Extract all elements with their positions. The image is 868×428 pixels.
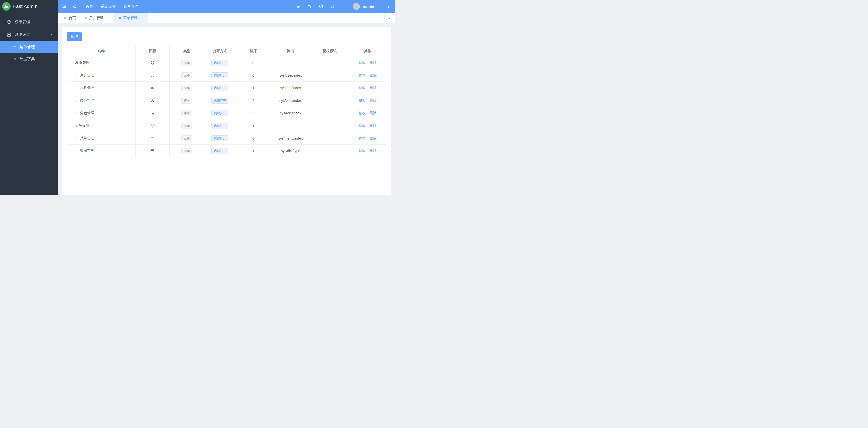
route-value [271, 56, 310, 69]
chevron-down-icon [388, 17, 391, 20]
column-header-sort: 排序 [236, 46, 271, 56]
avatar[interactable] [353, 3, 360, 10]
sidebar-menu: 权限管理 系统设置 菜单管理 数据字典 [0, 12, 58, 65]
brand[interactable]: Fast Admin [0, 0, 58, 12]
chevron-up-icon [49, 33, 53, 36]
delete-link[interactable]: 删除 [369, 60, 376, 65]
column-header-actions: 操作 [349, 46, 386, 56]
column-header-icon: 图标 [135, 46, 170, 56]
brand-name: Fast Admin [13, 3, 37, 9]
open-mode-tag[interactable]: 内部打开 [211, 148, 228, 154]
edit-link[interactable]: 修改 [359, 86, 366, 90]
close-icon[interactable] [106, 17, 110, 20]
route-value: sys/dict/type [271, 145, 310, 157]
open-mode-tag[interactable]: 内部打开 [211, 123, 228, 129]
sidebar: Fast Admin 权限管理 系统设置 菜单管理 数据字典 [0, 0, 58, 195]
content-card: 新增 名称 图标 类型 打开方式 [62, 27, 391, 195]
edit-link[interactable]: 修改 [359, 98, 366, 103]
delete-link[interactable]: 删除 [369, 111, 376, 115]
sidebar-item-label: 菜单管理 [20, 45, 35, 50]
tab-list-dropdown[interactable] [384, 12, 395, 24]
tabbar-spacer [148, 12, 384, 24]
menu-table: 名称 图标 类型 打开方式 排序 路由 授权标识 操作 [67, 46, 386, 157]
topbar-right: admin [296, 3, 391, 10]
globe-icon[interactable] [330, 4, 335, 8]
table-row: 数据字典 菜单 内部打开 1 sys/dict/type 修改 删除 [67, 145, 386, 157]
chevron-right-icon[interactable] [75, 74, 78, 77]
edit-link[interactable]: 修改 [359, 111, 366, 115]
route-value [271, 119, 310, 132]
chevron-right-icon[interactable] [75, 137, 78, 140]
translate-icon[interactable] [296, 4, 301, 8]
add-button[interactable]: 新增 [67, 32, 82, 41]
user-name: admin [363, 4, 374, 8]
tab-dot [64, 17, 66, 19]
sort-value: 1 [236, 145, 271, 157]
delete-link[interactable]: 删除 [369, 73, 376, 78]
open-mode-tag[interactable]: 内部打开 [211, 97, 228, 104]
main-column: 首页 系统设置 菜单管理 admin [58, 0, 395, 195]
permission-value [310, 69, 349, 82]
sidebar-item-system-settings[interactable]: 系统设置 [0, 29, 58, 40]
tabbar: 首页 用户管理 菜单管理 [58, 12, 395, 24]
topbar-left: 首页 系统设置 菜单管理 [62, 4, 138, 9]
breadcrumb-item-menu-management[interactable]: 菜单管理 [123, 4, 138, 9]
sidebar-item-data-dictionary[interactable]: 数据字典 [0, 53, 58, 65]
font-size-icon[interactable] [307, 4, 312, 8]
delete-link[interactable]: 删除 [369, 98, 376, 103]
refresh-icon[interactable] [72, 4, 77, 8]
table-row: 岗位管理 菜单 内部打开 2 sys/post/index 修改 删除 [67, 94, 386, 107]
table-row: 系统设置 菜单 内部打开 1 修改 删除 [67, 119, 386, 132]
type-tag: 菜单 [181, 110, 192, 116]
user-menu[interactable]: admin [363, 4, 379, 8]
mountain-icon [2, 2, 10, 10]
app-root: Fast Admin 权限管理 系统设置 菜单管理 数据字典 [0, 0, 395, 195]
sort-value: 0 [236, 69, 271, 82]
tab-menu-management[interactable]: 菜单管理 [114, 12, 148, 24]
chevron-right-icon[interactable] [75, 86, 78, 89]
edit-link[interactable]: 修改 [359, 123, 366, 128]
type-tag: 菜单 [181, 85, 192, 91]
open-mode-tag[interactable]: 内部打开 [211, 135, 228, 141]
menu-lines-icon [150, 136, 155, 140]
sidebar-item-label: 系统设置 [14, 32, 49, 37]
permission-value [310, 56, 349, 69]
table-row: 菜单管理 菜单 内部打开 0 sys/menu/index 修改 删除 [67, 132, 386, 145]
delete-link[interactable]: 删除 [369, 86, 376, 90]
permission-value [310, 107, 349, 119]
sidebar-item-label: 数据字典 [20, 56, 35, 62]
tab-label: 菜单管理 [123, 16, 138, 21]
table-row: 机构管理 菜单 内部打开 1 sys/org/index 修改 删除 [67, 82, 386, 94]
edit-link[interactable]: 修改 [359, 60, 366, 65]
edit-link[interactable]: 修改 [359, 73, 366, 78]
sort-value: 1 [236, 82, 271, 94]
delete-link[interactable]: 删除 [369, 136, 376, 141]
edit-link[interactable]: 修改 [359, 136, 366, 141]
chevron-down-icon[interactable] [70, 61, 73, 64]
type-tag: 菜单 [181, 123, 192, 129]
chevron-right-icon[interactable] [75, 112, 78, 115]
chevron-down-icon[interactable] [70, 124, 73, 127]
chevron-right-icon[interactable] [75, 149, 78, 152]
open-mode-tag[interactable]: 内部打开 [211, 110, 228, 116]
table-row: 权限管理 菜单 内部打开 0 修改 删除 [67, 56, 386, 69]
menu-fold-icon[interactable] [62, 4, 66, 8]
breadcrumb-item-system-settings[interactable]: 系统设置 [101, 4, 116, 9]
tab-user-management[interactable]: 用户管理 [80, 12, 114, 24]
delete-link[interactable]: 删除 [369, 123, 376, 128]
chevron-right-icon[interactable] [75, 99, 78, 102]
github-icon[interactable] [319, 4, 323, 8]
sidebar-item-menu-management[interactable]: 菜单管理 [0, 41, 58, 53]
open-mode-tag[interactable]: 内部打开 [211, 60, 228, 66]
fullscreen-icon[interactable] [341, 4, 346, 8]
open-mode-tag[interactable]: 内部打开 [211, 85, 228, 91]
edit-link[interactable]: 修改 [359, 149, 366, 153]
tab-home[interactable]: 首页 [60, 12, 80, 24]
tab-label: 首页 [68, 16, 76, 21]
kebab-menu-icon[interactable] [386, 4, 391, 8]
delete-link[interactable]: 删除 [369, 149, 376, 153]
open-mode-tag[interactable]: 内部打开 [211, 72, 228, 78]
breadcrumb-item-home[interactable]: 首页 [86, 4, 93, 9]
close-icon[interactable] [141, 17, 144, 20]
sidebar-item-permission-management[interactable]: 权限管理 [0, 16, 58, 28]
